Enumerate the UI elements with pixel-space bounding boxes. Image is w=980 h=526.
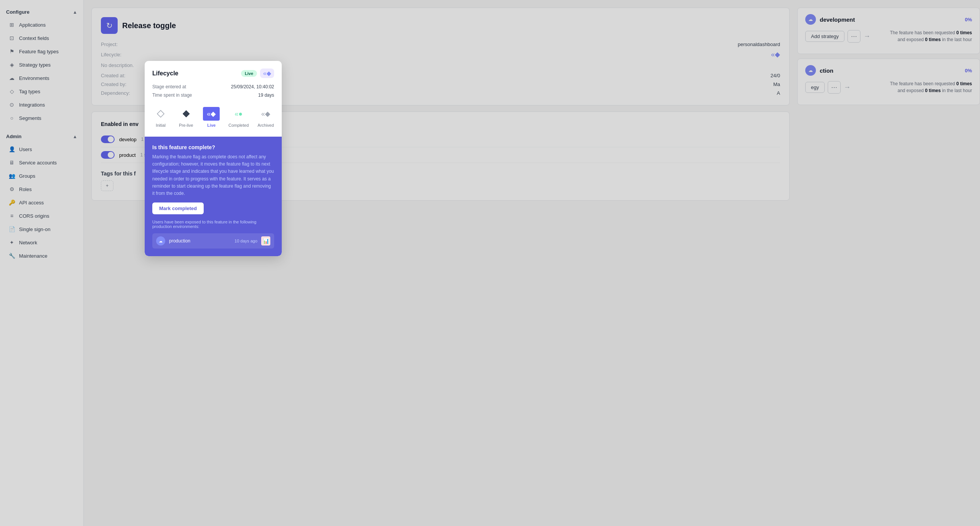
stage-initial: Initial: [152, 107, 169, 128]
archived-icon: «◆: [261, 110, 270, 118]
mark-completed-button[interactable]: Mark completed: [152, 202, 204, 214]
lifecycle-popup-title: Lifecycle: [152, 70, 178, 77]
stage-entered-row: Stage entered at 25/09/2024, 10:40:02: [152, 84, 274, 89]
production-env-time: 10 days ago: [235, 239, 257, 243]
time-spent-row: Time spent in stage 19 days: [152, 92, 274, 98]
prelive-icon: [182, 110, 190, 118]
stages-row: Initial Pre-live «◆ Live: [152, 101, 274, 131]
completed-icon: «●: [235, 110, 243, 118]
initial-icon-wrap: [152, 107, 169, 121]
prelive-label: Pre-live: [179, 123, 193, 128]
archived-label: Archived: [258, 123, 274, 128]
stage-live: «◆ Live: [203, 107, 220, 128]
lifecycle-popup-top: Lifecycle Live «◆ Stage entered at 25/09…: [145, 61, 282, 137]
prelive-icon-wrap: [178, 107, 195, 121]
stage-entered-label: Stage entered at: [152, 84, 186, 89]
stage-completed: «● Completed: [228, 107, 249, 128]
stage-prelive: Pre-live: [178, 107, 195, 128]
live-icon: «◆: [207, 110, 216, 118]
initial-label: Initial: [156, 123, 166, 128]
live-icon-wrap: «◆: [203, 107, 220, 121]
exposure-footer: Users have been exposed to this feature …: [152, 220, 274, 229]
complete-question: Is this feature complete?: [152, 144, 274, 150]
initial-icon: [156, 110, 165, 118]
live-label: Live: [207, 123, 215, 128]
time-spent-label: Time spent in stage: [152, 92, 192, 98]
lifecycle-icon: «◆: [260, 69, 274, 78]
stage-archived: «◆ Archived: [257, 107, 274, 128]
production-env-name: production: [169, 238, 231, 244]
stage-entered-value: 25/09/2024, 10:40:02: [231, 84, 274, 89]
complete-description: Marking the feature flag as complete doe…: [152, 153, 274, 197]
archived-icon-wrap: «◆: [257, 107, 274, 121]
production-row: ☁ production 10 days ago 📊: [152, 233, 274, 249]
complete-section: Is this feature complete? Marking the fe…: [145, 137, 282, 256]
completed-label: Completed: [228, 123, 249, 128]
production-env-icon: ☁: [156, 236, 165, 245]
completed-icon-wrap: «●: [230, 107, 247, 121]
production-badge-icon: 📊: [261, 236, 270, 245]
time-spent-value: 19 days: [258, 92, 274, 98]
live-badge: Live: [241, 70, 257, 77]
lifecycle-popup: Lifecycle Live «◆ Stage entered at 25/09…: [145, 61, 282, 256]
lifecycle-header: Lifecycle Live «◆: [152, 69, 274, 78]
